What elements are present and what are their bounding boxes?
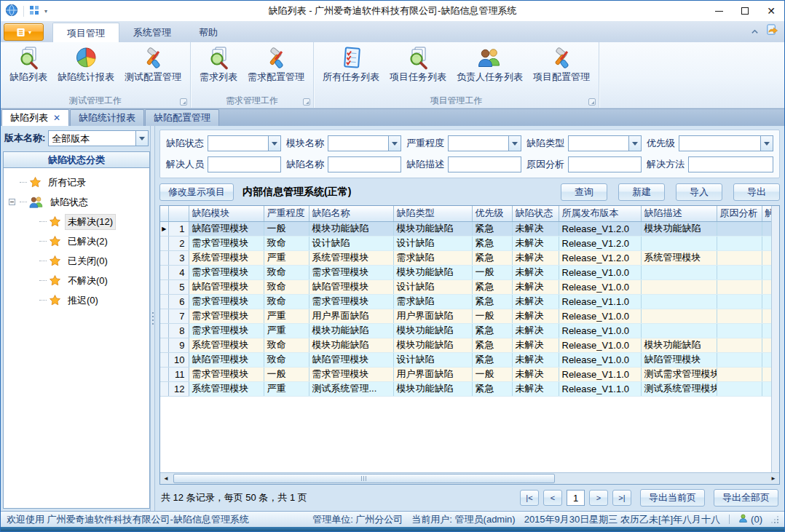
filter-dropdown-module-name[interactable]: [328, 135, 401, 151]
dialog-launcher-icon[interactable]: [180, 98, 187, 106]
dialog-launcher-icon[interactable]: [588, 98, 596, 106]
dropdown-caret-icon[interactable]: [628, 136, 641, 151]
import-button[interactable]: 导入: [676, 183, 722, 201]
next-page-button[interactable]: >: [589, 490, 608, 506]
column-header-severity[interactable]: 严重程度: [264, 206, 309, 221]
tree-item-postponed[interactable]: 推迟(0): [5, 290, 148, 310]
table-row[interactable]: 10缺陷管理模块致命缺陷管理模块设计缺陷紧急未解决Release_V1.0.0缺…: [160, 352, 779, 367]
application-menu-button[interactable]: ▾: [4, 23, 44, 41]
scrollbar-track[interactable]: [172, 473, 768, 484]
help-icon[interactable]: [766, 24, 778, 39]
filter-input-solution[interactable]: [688, 156, 773, 172]
tree-item-closed[interactable]: 已关闭(0): [5, 251, 148, 271]
sidebar-splitter[interactable]: [150, 126, 155, 511]
collapse-ribbon-icon[interactable]: [751, 26, 759, 37]
table-row[interactable]: 6需求管理模块致命需求管理模块需求缺陷紧急未解决Release_V1.1.0: [160, 294, 779, 309]
column-header-cause-analysis[interactable]: 原因分析: [717, 206, 762, 221]
table-row[interactable]: 4需求管理模块致命需求管理模块模块功能缺陷一般未解决Release_V1.0.0: [160, 265, 779, 279]
export-button[interactable]: 导出: [733, 183, 780, 201]
table-row[interactable]: 8需求管理模块严重模块功能缺陷模块功能缺陷紧急未解决Release_V1.0.0: [160, 323, 779, 338]
checklist-icon: [339, 46, 363, 70]
query-button[interactable]: 查询: [561, 183, 607, 201]
collapse-expander-icon[interactable]: [9, 199, 15, 205]
pagination-bar: 共 12 条记录，每页 50 条，共 1 页 |< < > >| 导出当前页 导…: [159, 485, 780, 511]
ribbon-button-defect-stats-report[interactable]: 缺陷统计报表: [52, 44, 119, 85]
export-all-pages-button[interactable]: 导出全部页: [714, 489, 778, 507]
tree-item-wont-fix[interactable]: 不解决(0): [5, 271, 148, 290]
ribbon-tab-project-management[interactable]: 项目管理: [52, 23, 119, 42]
filter-dropdown-defect-type[interactable]: [568, 135, 642, 151]
tree-item-unresolved[interactable]: 未解决(12): [5, 212, 148, 231]
filter-dropdown-defect-status[interactable]: [208, 135, 281, 151]
table-row[interactable]: 5缺陷管理模块致命缺陷管理模块设计缺陷紧急未解决Release_V1.0.0: [160, 279, 779, 294]
vertical-scrollbar[interactable]: [771, 206, 779, 472]
ribbon-button-defect-list[interactable]: 缺陷列表: [4, 44, 52, 85]
toolbar-dropdown-caret-icon[interactable]: ▾: [44, 8, 47, 15]
filter-input-defect-name[interactable]: [328, 156, 401, 172]
close-button[interactable]: ✕: [758, 1, 784, 20]
filter-input-resolver[interactable]: [208, 156, 281, 172]
cell-release-version: Release_V1.2.0: [559, 221, 641, 236]
table-row[interactable]: 2需求管理模块致命设计缺陷设计缺陷紧急未解决Release_V1.2.0: [160, 236, 779, 250]
prev-page-button[interactable]: <: [543, 490, 562, 506]
dropdown-caret-icon[interactable]: [760, 136, 773, 151]
customize-toolbar-icon[interactable]: [29, 5, 39, 17]
ribbon-button-project-tasks[interactable]: 项目任务列表: [384, 44, 451, 85]
version-select[interactable]: 全部版本: [48, 130, 149, 146]
tree-item-defect-status[interactable]: 缺陷状态: [5, 192, 148, 212]
minimize-button[interactable]: [706, 1, 732, 20]
doc-tab-defect-stats-report[interactable]: 缺陷统计报表: [70, 109, 144, 126]
scroll-left-icon[interactable]: ◄: [160, 473, 172, 484]
column-header-release-version[interactable]: 所属发布版本: [559, 206, 641, 221]
scroll-right-icon[interactable]: ►: [768, 473, 779, 484]
filter-input-defect-desc[interactable]: [448, 156, 521, 172]
ribbon-tab-help[interactable]: 帮助: [185, 23, 232, 42]
column-header-defect-desc[interactable]: 缺陷描述: [641, 206, 717, 221]
dropdown-caret-icon[interactable]: [388, 136, 401, 151]
horizontal-scrollbar[interactable]: ◄ ►: [160, 472, 779, 484]
new-button[interactable]: 新建: [618, 183, 665, 201]
filter-input-cause-analysis[interactable]: [568, 156, 642, 172]
doc-tab-defect-list[interactable]: 缺陷列表✕: [1, 109, 69, 126]
table-row[interactable]: 7需求管理模块严重用户界面缺陷用户界面缺陷一般未解决Release_V1.0.0: [160, 309, 779, 323]
tree-item-label: 已关闭(0): [66, 254, 110, 269]
ribbon-button-test-config[interactable]: 测试配置管理: [119, 44, 186, 85]
column-header-defect-module[interactable]: 缺陷模块: [189, 206, 264, 221]
scrollbar-thumb[interactable]: [173, 474, 555, 483]
tree-item-all-records[interactable]: 所有记录: [5, 172, 148, 192]
dropdown-caret-icon[interactable]: [268, 136, 280, 151]
filter-dropdown-severity[interactable]: [448, 135, 521, 151]
table-row[interactable]: 9系统管理模块致命模块功能缺陷模块功能缺陷紧急未解决Release_V1.0.0…: [160, 338, 779, 352]
ribbon-button-requirement-config[interactable]: 需求配置管理: [242, 44, 309, 85]
dropdown-caret-icon[interactable]: [508, 136, 521, 151]
maximize-button[interactable]: [732, 1, 758, 20]
filter-pair-solution: 解决方法: [647, 156, 773, 172]
doc-tab-defect-config[interactable]: 缺陷配置管理: [145, 109, 219, 126]
export-current-page-button[interactable]: 导出当前页: [640, 489, 705, 507]
ribbon-button-project-config[interactable]: 项目配置管理: [528, 44, 595, 85]
resize-grip[interactable]: [771, 516, 778, 523]
ribbon-button-owner-tasks[interactable]: 负责人任务列表: [451, 44, 528, 85]
column-header-defect-name[interactable]: 缺陷名称: [309, 206, 393, 221]
tree-item-resolved[interactable]: 已解决(2): [5, 231, 148, 251]
modify-columns-button[interactable]: 修改显示项目: [159, 183, 234, 201]
filter-dropdown-priority[interactable]: [679, 135, 773, 151]
ribbon-group-label: 项目管理工作: [430, 95, 483, 107]
first-page-button[interactable]: |<: [520, 490, 539, 506]
ribbon-tab-system-management[interactable]: 系统管理: [119, 23, 185, 42]
column-header-defect-status[interactable]: 缺陷状态: [512, 206, 559, 221]
page-number-input[interactable]: [567, 490, 585, 506]
column-header-defect-type[interactable]: 缺陷类型: [393, 206, 472, 221]
close-tab-icon[interactable]: ✕: [53, 114, 60, 122]
table-row[interactable]: 11需求管理模块一般需求管理模块用户界面缺陷一般未解决Release_V1.1.…: [160, 367, 779, 381]
ribbon-button-all-tasks[interactable]: 所有任务列表: [317, 44, 384, 85]
filter-pair-defect-status: 缺陷状态: [166, 135, 281, 151]
table-row[interactable]: 3系统管理模块严重系统管理模块需求缺陷紧急未解决Release_V1.2.0系统…: [160, 250, 779, 265]
table-row[interactable]: 12系统管理模块严重测试系统管理...模块功能缺陷紧急未解决Release_V1…: [160, 381, 779, 396]
dialog-launcher-icon[interactable]: [303, 98, 310, 106]
version-select-caret-icon[interactable]: [135, 131, 148, 146]
ribbon-button-requirement-list[interactable]: 需求列表: [194, 44, 242, 85]
last-page-button[interactable]: >|: [612, 490, 631, 506]
column-header-priority[interactable]: 优先级: [472, 206, 512, 221]
table-row[interactable]: ▶1缺陷管理模块一般模块功能缺陷模块功能缺陷紧急未解决Release_V1.2.…: [160, 221, 779, 236]
